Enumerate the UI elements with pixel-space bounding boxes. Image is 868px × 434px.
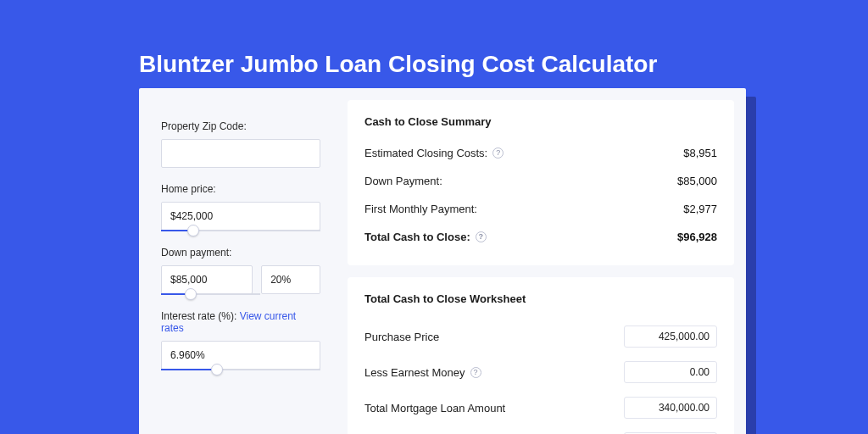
worksheet-value-input[interactable]	[624, 361, 717, 383]
zip-input[interactable]	[161, 139, 320, 168]
summary-row-value: $2,977	[683, 203, 717, 215]
rate-slider[interactable]	[161, 369, 320, 370]
worksheet-rows: Purchase PriceLess Earnest Money?Total M…	[364, 319, 717, 434]
zip-field: Property Zip Code:	[161, 120, 320, 168]
down-payment-input[interactable]	[161, 265, 253, 294]
down-payment-label: Down payment:	[161, 247, 320, 259]
home-price-label: Home price:	[161, 183, 320, 195]
worksheet-row: Less Earnest Money?	[364, 354, 717, 390]
summary-row-value: $85,000	[677, 175, 717, 187]
worksheet-row-label: Less Earnest Money?	[364, 366, 481, 379]
worksheet-heading: Total Cash to Close Worksheet	[364, 292, 717, 305]
summary-row-label: Total Cash to Close:?	[364, 231, 487, 243]
inputs-column: Property Zip Code: Home price: Down paym…	[139, 88, 336, 434]
help-icon[interactable]: ?	[470, 367, 481, 378]
zip-label: Property Zip Code:	[161, 120, 320, 132]
worksheet-card: Total Cash to Close Worksheet Purchase P…	[348, 277, 734, 434]
rate-slider-thumb[interactable]	[211, 364, 223, 376]
worksheet-row: Total Mortgage Loan Amount	[364, 390, 717, 426]
rate-field: Interest rate (%): View current rates	[161, 310, 320, 370]
worksheet-row: Purchase Price	[364, 319, 717, 354]
worksheet-row-label: Total Mortgage Loan Amount	[364, 402, 505, 415]
summary-card: Cash to Close Summary Estimated Closing …	[348, 100, 734, 265]
worksheet-row-label: Purchase Price	[364, 331, 439, 343]
summary-row-value: $96,928	[677, 231, 717, 243]
home-price-slider[interactable]	[161, 230, 320, 231]
down-payment-slider[interactable]	[161, 293, 260, 295]
summary-row: First Monthly Payment:$2,977	[364, 198, 717, 225]
home-price-field: Home price:	[161, 183, 320, 231]
summary-row: Down Payment:$85,000	[364, 170, 717, 198]
help-icon[interactable]: ?	[492, 147, 504, 159]
home-price-input[interactable]	[161, 202, 320, 231]
rate-slider-fill	[161, 369, 217, 370]
worksheet-value-input[interactable]	[624, 326, 717, 348]
summary-heading: Cash to Close Summary	[364, 115, 717, 128]
calculator-panel: Property Zip Code: Home price: Down paym…	[139, 88, 746, 434]
summary-row-label: Estimated Closing Costs:?	[364, 147, 504, 159]
summary-rows: Estimated Closing Costs:?$8,951Down Paym…	[364, 142, 717, 253]
down-payment-slider-thumb[interactable]	[185, 288, 197, 300]
home-price-slider-thumb[interactable]	[187, 225, 199, 236]
results-column: Cash to Close Summary Estimated Closing …	[336, 88, 746, 434]
rate-input[interactable]	[161, 341, 320, 370]
summary-row: Estimated Closing Costs:?$8,951	[364, 142, 717, 170]
summary-row: Total Cash to Close:?$96,928	[364, 225, 717, 253]
worksheet-value-input[interactable]	[624, 397, 717, 419]
rate-label: Interest rate (%):	[161, 310, 240, 322]
worksheet-row: Total Second Mortgage Amount?	[364, 426, 717, 434]
down-payment-pct-input[interactable]	[261, 265, 320, 294]
summary-row-value: $8,951	[683, 147, 717, 159]
page-title: Bluntzer Jumbo Loan Closing Cost Calcula…	[139, 51, 657, 78]
down-payment-field: Down payment:	[161, 247, 320, 295]
help-icon[interactable]: ?	[476, 231, 487, 242]
summary-row-label: Down Payment:	[364, 175, 442, 187]
summary-row-label: First Monthly Payment:	[364, 203, 477, 215]
